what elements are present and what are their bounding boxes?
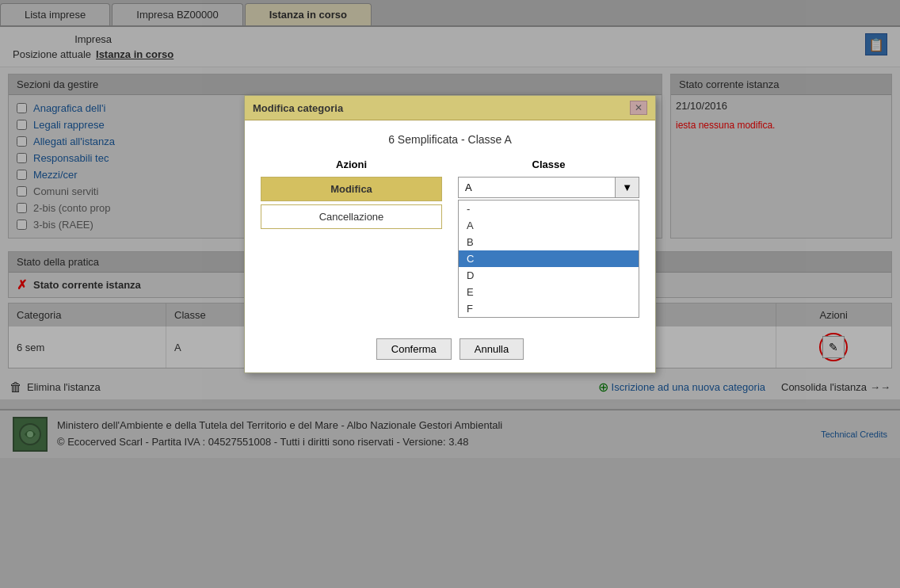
modal-title: Modifica categoria xyxy=(253,102,343,114)
dropdown-item-C[interactable]: C xyxy=(459,250,639,267)
classe-col-header: Classe xyxy=(458,158,639,170)
modal-overlay: Modifica categoria ✕ 6 Semplificata - Cl… xyxy=(0,0,900,588)
dropdown-item-D[interactable]: D xyxy=(459,267,639,284)
modal-footer: Conferma Annulla xyxy=(245,330,655,372)
dropdown-item-E[interactable]: E xyxy=(459,284,639,300)
dropdown-item-F[interactable]: F xyxy=(459,300,639,317)
modal-close-button[interactable]: ✕ xyxy=(630,101,647,115)
conferma-button[interactable]: Conferma xyxy=(376,338,452,360)
modal-columns: Azioni Modifica Cancellazione Classe A ▼… xyxy=(261,158,639,318)
azioni-col-header: Azioni xyxy=(261,158,442,170)
classe-dropdown-arrow[interactable]: ▼ xyxy=(615,178,639,197)
modal-header: Modifica categoria ✕ xyxy=(245,96,655,120)
annulla-button[interactable]: Annulla xyxy=(460,338,524,360)
cancellazione-btn[interactable]: Cancellazione xyxy=(261,204,442,229)
modal: Modifica categoria ✕ 6 Semplificata - Cl… xyxy=(244,95,656,373)
dropdown-item-dash[interactable]: - xyxy=(459,200,639,217)
modal-subtitle: 6 Semplificata - Classe A xyxy=(261,133,639,146)
dropdown-item-A[interactable]: A xyxy=(459,217,639,234)
classe-column: Classe A ▼ - A B C D E F xyxy=(458,158,639,318)
classe-select-wrapper: A ▼ - A B C D E F xyxy=(458,177,639,318)
modifica-btn[interactable]: Modifica xyxy=(261,177,442,201)
dropdown-item-B[interactable]: B xyxy=(459,234,639,250)
azioni-column: Azioni Modifica Cancellazione xyxy=(261,158,442,232)
modal-body: 6 Semplificata - Classe A Azioni Modific… xyxy=(245,120,655,330)
dropdown-list: - A B C D E F xyxy=(458,200,639,318)
classe-selected-display: A xyxy=(459,178,615,197)
